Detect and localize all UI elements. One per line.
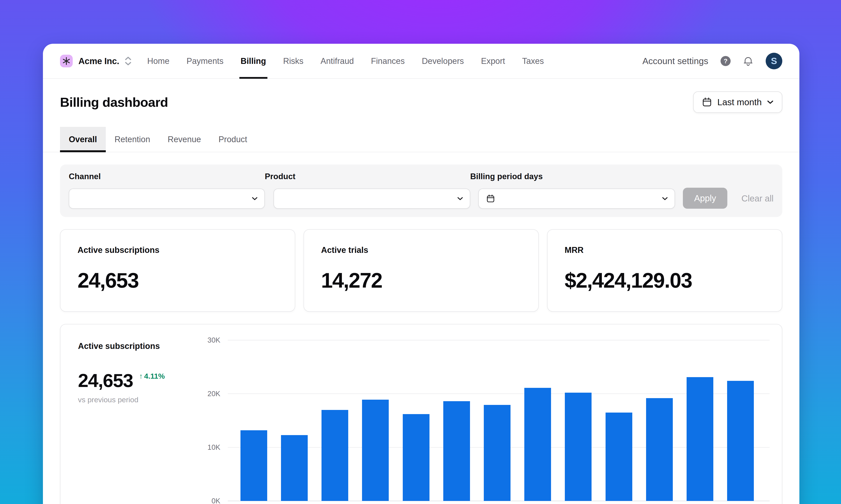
calendar-icon <box>486 194 495 203</box>
product-select[interactable] <box>274 188 470 209</box>
date-range-label: Last month <box>717 97 762 107</box>
bar-mar-8[interactable] <box>322 410 348 501</box>
tab-retention[interactable]: Retention <box>106 127 159 152</box>
bar-mar-18[interactable] <box>727 381 754 501</box>
stat-card-active-trials: Active trials14,272 <box>304 229 539 312</box>
product-filter: Product <box>265 172 470 209</box>
bar-slot <box>517 340 558 501</box>
user-avatar[interactable]: S <box>766 53 782 69</box>
chart-delta-badge: ↑ 4.11% <box>139 372 165 380</box>
chevron-down-icon <box>457 197 463 201</box>
org-name: Acme Inc. <box>79 56 119 66</box>
bar-slot <box>234 340 274 501</box>
help-icon[interactable]: ? <box>721 56 731 66</box>
clear-all-button[interactable]: Clear all <box>741 194 774 203</box>
y-tick-label-30K: 30K <box>207 336 220 344</box>
product-label: Product <box>265 172 470 181</box>
org-switcher-chevrons-icon <box>125 57 132 66</box>
y-tick-label-10K: 10K <box>207 443 220 451</box>
nav-item-antifraud[interactable]: Antifraud <box>321 44 354 78</box>
nav-item-payments[interactable]: Payments <box>187 44 224 78</box>
org-switcher[interactable]: Acme Inc. <box>60 55 132 67</box>
nav-item-developers[interactable]: Developers <box>422 44 464 78</box>
bar-slot <box>599 340 639 501</box>
chevron-down-icon <box>767 100 774 104</box>
channel-select[interactable] <box>69 188 265 209</box>
bar-slot <box>274 340 314 501</box>
topbar-right-cluster: Account settings ? S <box>642 53 782 69</box>
bar-mar-17[interactable] <box>687 377 713 501</box>
y-tick-label-0K: 0K <box>211 497 220 504</box>
account-settings-link[interactable]: Account settings <box>642 56 708 66</box>
notifications-bell-icon[interactable] <box>743 56 753 66</box>
chart-plot-area: 0K10K20K30K <box>234 340 761 501</box>
chart-delta-value: 4.11% <box>144 372 165 380</box>
bar-slot <box>680 340 720 501</box>
bar-mar-10[interactable] <box>403 414 429 501</box>
desktop-background: Acme Inc. HomePaymentsBillingRisksAntifr… <box>0 0 841 504</box>
stat-value: 14,272 <box>321 268 521 292</box>
tab-revenue[interactable]: Revenue <box>159 127 210 152</box>
bar-mar-7[interactable] <box>281 435 308 501</box>
bar-chart: 0K10K20K30K Mar 6Mar 8Mar 10Mar 12Mar14M… <box>234 340 761 504</box>
nav-item-home[interactable]: Home <box>147 44 169 78</box>
bar-slot <box>314 340 355 501</box>
bar-slot <box>436 340 477 501</box>
tab-product[interactable]: Product <box>210 127 256 152</box>
bar-mar-16[interactable] <box>646 398 673 501</box>
acme-logo-icon <box>60 55 73 67</box>
bar-slot <box>396 340 436 501</box>
bar-slot <box>558 340 599 501</box>
dashboard-tabs: OverallRetentionRevenueProduct <box>43 127 800 152</box>
bar-mar-6[interactable] <box>240 430 267 501</box>
chart-summary: Active subscriptions 24,653 ↑ 4.11% vs p… <box>78 340 205 504</box>
nav-item-taxes[interactable]: Taxes <box>522 44 544 78</box>
bar-mar-9[interactable] <box>362 400 389 501</box>
chevron-down-icon <box>662 197 668 201</box>
apply-button[interactable]: Apply <box>683 188 727 209</box>
chart-bars <box>234 340 761 501</box>
bar-slot <box>355 340 396 501</box>
stat-label: Active subscriptions <box>78 246 278 255</box>
nav-item-billing[interactable]: Billing <box>241 44 266 78</box>
bar-mar-12[interactable] <box>484 405 511 501</box>
stat-value: 24,653 <box>78 268 278 292</box>
stat-card-mrr: MRR$2,424,129.03 <box>547 229 782 312</box>
filters-panel: Channel Product Billing period days <box>60 164 782 217</box>
bar-mar-15[interactable] <box>605 413 632 501</box>
nav-item-risks[interactable]: Risks <box>283 44 304 78</box>
bar-mar-11[interactable] <box>443 401 470 501</box>
channel-filter: Channel <box>69 172 265 209</box>
nav-item-finances[interactable]: Finances <box>371 44 405 78</box>
bar-slot <box>720 340 761 501</box>
active-subscriptions-chart-card: Active subscriptions 24,653 ↑ 4.11% vs p… <box>60 324 782 504</box>
nav-item-export[interactable]: Export <box>481 44 505 78</box>
main-nav: HomePaymentsBillingRisksAntifraudFinance… <box>147 44 544 78</box>
billing-period-filter: Billing period days <box>470 172 675 209</box>
billing-period-label: Billing period days <box>470 172 675 181</box>
asterisk-icon <box>63 57 70 65</box>
chart-comparison-caption: vs previous period <box>78 396 205 404</box>
page-title: Billing dashboard <box>60 95 168 110</box>
app-window: Acme Inc. HomePaymentsBillingRisksAntifr… <box>43 44 800 504</box>
date-range-button[interactable]: Last month <box>693 91 782 113</box>
channel-label: Channel <box>69 172 265 181</box>
chevron-down-icon <box>252 197 258 201</box>
tab-overall[interactable]: Overall <box>60 127 106 152</box>
chart-title: Active subscriptions <box>78 341 205 351</box>
bar-mar-13[interactable] <box>524 388 551 501</box>
bar-slot <box>639 340 680 501</box>
bar-slot <box>477 340 517 501</box>
y-tick-label-20K: 20K <box>207 390 220 398</box>
arrow-up-icon: ↑ <box>139 372 143 380</box>
stat-label: MRR <box>565 246 765 255</box>
chart-metric-value: 24,653 <box>78 371 133 390</box>
stats-row: Active subscriptions24,653Active trials1… <box>60 229 782 312</box>
billing-period-select[interactable] <box>478 188 675 209</box>
page-header: Billing dashboard Last month <box>43 91 800 113</box>
stat-label: Active trials <box>321 246 521 255</box>
stat-card-active-subscriptions: Active subscriptions24,653 <box>60 229 295 312</box>
bar-mar14[interactable] <box>565 393 591 501</box>
top-navigation-bar: Acme Inc. HomePaymentsBillingRisksAntifr… <box>43 44 800 79</box>
stat-value: $2,424,129.03 <box>565 268 765 292</box>
